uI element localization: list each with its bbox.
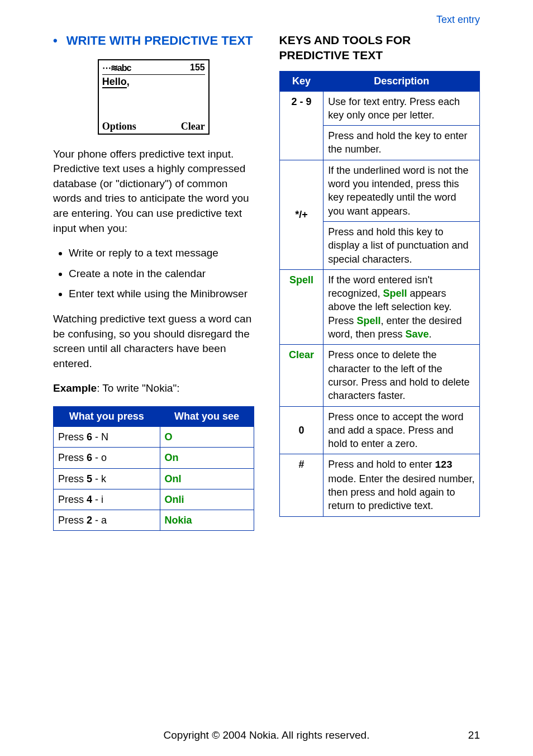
key-cell: #	[279, 454, 323, 516]
header-breadcrumb: Text entry	[53, 14, 480, 26]
desc-cell: If the underlined word is not the word y…	[323, 160, 480, 269]
see-cell: O	[160, 427, 254, 448]
cursor: ,	[127, 76, 130, 87]
desc-cell: Press once to delete the character to th…	[323, 345, 480, 406]
softkey-clear: Clear	[181, 121, 205, 132]
press-suf: - N	[92, 431, 108, 443]
press-pre: Press	[58, 515, 87, 526]
spell-keyword: Spell	[356, 315, 380, 326]
table-row: Clear Press once to delete the character…	[279, 345, 480, 406]
phone-screenshot: ⋯≋abc 155 Hello, Options Clear	[98, 59, 210, 135]
table-row: 0 Press once to accept the word and add …	[279, 406, 480, 454]
heading-text: WRITE WITH PREDICTIVE TEXT	[66, 34, 253, 47]
table-row: Press 4 - i Onli	[54, 489, 254, 510]
section-heading-right: KEYS AND TOOLS FOR PREDICTIVE TEXT	[279, 32, 480, 63]
table-row: # Press and hold to enter 123 mode. Ente…	[279, 454, 480, 516]
example-label: Example	[53, 382, 97, 394]
desc-cell: Press and hold to enter 123 mode. Enter …	[323, 454, 480, 516]
predictive-mode-icon: ⋯≋abc	[102, 63, 131, 73]
list-item: Write or reply to a text message	[69, 246, 254, 261]
desc-cell: Use for text entry. Press each key only …	[323, 91, 480, 160]
press-suf: - k	[92, 473, 106, 484]
spell-keyword: Spell	[383, 288, 407, 299]
table-row: Press 2 - a Nokia	[54, 510, 254, 531]
bullet-icon: •	[53, 34, 58, 47]
col-header-desc: Description	[323, 71, 480, 91]
press-key: 5	[87, 473, 92, 484]
table-row: */+ If the underlined word is not the wo…	[279, 160, 480, 269]
key-cell: */+	[279, 160, 323, 269]
watching-paragraph: Watching predictive text guess a word ca…	[53, 312, 254, 371]
press-pre: Press	[58, 452, 87, 463]
table-row: Press 6 - o On	[54, 448, 254, 468]
mode-123-icon: 123	[435, 459, 452, 470]
typed-word: Hello	[102, 76, 127, 88]
press-suf: - a	[92, 515, 107, 526]
desc-cell: Press once to accept the word and add a …	[323, 406, 480, 454]
press-suf: - i	[92, 494, 103, 505]
table-row: Spell If the word entered isn't recogniz…	[279, 269, 480, 344]
desc-text: Press and hold to enter	[328, 459, 435, 470]
list-item: Enter text while using the Minibrowser	[69, 287, 254, 302]
key-cell: 0	[279, 406, 323, 454]
desc-part: Press and hold the key to enter the numb…	[323, 125, 479, 160]
press-key: 2	[87, 515, 92, 526]
table-row: Press 6 - N O	[54, 427, 254, 448]
see-cell: On	[160, 448, 254, 468]
softkey-options: Options	[102, 121, 136, 132]
press-key: 6	[87, 431, 92, 443]
keys-table: Key Description 2 - 9 Use for text entry…	[279, 71, 480, 517]
see-cell: Onli	[160, 489, 254, 510]
page-number: 21	[468, 729, 480, 741]
press-key: 4	[87, 494, 92, 505]
example-text: : To write "Nokia":	[97, 382, 179, 394]
example-line: Example: To write "Nokia":	[53, 381, 254, 396]
col-header-see: What you see	[160, 407, 254, 427]
desc-text: .	[429, 329, 431, 340]
key-cell-clear: Clear	[279, 345, 323, 406]
desc-part: Press and hold this key to display a lis…	[323, 221, 479, 269]
see-cell: Onl	[160, 468, 254, 489]
col-header-key: Key	[279, 71, 323, 91]
desc-text: mode. Enter the desired number, then pre…	[328, 473, 474, 512]
press-suf: - o	[92, 452, 107, 463]
copyright-text: Copyright © 2004 Nokia. All rights reser…	[0, 729, 533, 741]
key-cell-spell: Spell	[279, 269, 323, 344]
table-row: Press 5 - k Onl	[54, 468, 254, 489]
use-case-list: Write or reply to a text message Create …	[53, 246, 254, 302]
press-pre: Press	[58, 431, 87, 443]
col-header-press: What you press	[54, 407, 160, 427]
table-row: 2 - 9 Use for text entry. Press each key…	[279, 91, 480, 160]
see-cell: Nokia	[160, 510, 254, 531]
section-heading-left: • WRITE WITH PREDICTIVE TEXT	[53, 32, 254, 49]
desc-part: If the underlined word is not the word y…	[323, 160, 479, 221]
key-cell: 2 - 9	[279, 91, 323, 160]
char-count: 155	[190, 63, 205, 73]
press-key: 6	[87, 452, 92, 463]
desc-cell: If the word entered isn't recognized, Sp…	[323, 269, 480, 344]
press-pre: Press	[58, 473, 87, 484]
example-table: What you press What you see Press 6 - N …	[53, 406, 254, 531]
press-pre: Press	[58, 494, 87, 505]
intro-paragraph: Your phone offers predictive text input.…	[53, 147, 254, 236]
desc-part: Use for text entry. Press each key only …	[323, 92, 479, 126]
list-item: Create a note in the calendar	[69, 267, 254, 282]
save-keyword: Save	[405, 329, 429, 340]
